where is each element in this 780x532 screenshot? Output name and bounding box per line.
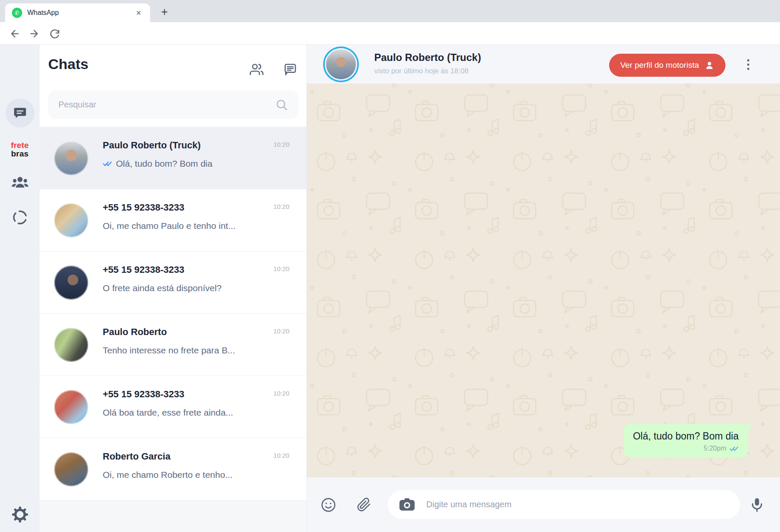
close-tab-icon[interactable]: ✕: [134, 8, 143, 18]
search-input[interactable]: [58, 100, 275, 110]
new-tab-button[interactable]: +: [156, 3, 173, 20]
browser-tab[interactable]: ✆ WhatsApp ✕: [5, 3, 150, 22]
left-rail: frete bras: [0, 45, 40, 532]
chat-preview: Olá, tudo bom? Bom dia: [103, 159, 212, 169]
chat-list: Paulo Roberto (Truck) Olá, tudo bom? Bom…: [40, 127, 306, 532]
avatar: [54, 452, 88, 486]
contact-name: Paulo Roberto (Truck): [374, 52, 481, 64]
rail-settings-button[interactable]: [10, 504, 30, 525]
browser-toolbar: web.whatsapp.com/ CARGO: [0, 22, 780, 45]
conversation-menu-icon: [747, 59, 749, 70]
chat-preview: Tenho interesse no frete para B...: [103, 345, 235, 356]
read-check-icon: [729, 446, 739, 451]
chat-time: 10:20: [273, 203, 289, 210]
rail-communities-button[interactable]: [10, 174, 30, 191]
chat-preview: Oi, me chamo Roberto e tenho...: [103, 470, 233, 480]
chat-preview: Olá boa tarde, esse frete ainda...: [103, 408, 233, 418]
chats-rail-icon: [13, 106, 27, 120]
chats-title: Chats: [48, 56, 88, 72]
search-icon: [275, 98, 288, 111]
message-meta: 5:20pm: [633, 445, 739, 452]
settings-icon: [11, 505, 29, 524]
chat-time: 10:20: [273, 327, 289, 335]
chat-list-item[interactable]: +55 15 92338-3233 Olá boa tarde, esse fr…: [40, 376, 306, 438]
rail-chats-button[interactable]: [6, 98, 35, 127]
driver-profile-button[interactable]: Ver perfil do motorista: [609, 54, 725, 77]
message-text: Olá, tudo bom? Bom dia: [633, 431, 739, 442]
mic-icon: [749, 497, 765, 512]
message-input[interactable]: [426, 500, 729, 509]
camera-icon[interactable]: [399, 498, 415, 511]
chat-list-footer: [40, 500, 306, 532]
chat-time: 10:20: [273, 265, 289, 272]
mic-button[interactable]: [748, 496, 766, 513]
chat-time: 10:20: [273, 452, 289, 459]
chat-name: Paulo Roberto: [103, 327, 167, 338]
chat-name: +55 15 92338-3233: [103, 264, 184, 275]
driver-profile-button-label: Ver perfil do motorista: [620, 61, 699, 70]
chat-list-item[interactable]: +55 15 92338-3233 Oi, me chamo Paulo e t…: [40, 189, 306, 252]
contact-info: Paulo Roberto (Truck) visto por último h…: [374, 52, 481, 75]
chat-list-item[interactable]: Paulo Roberto (Truck) Olá, tudo bom? Bom…: [40, 127, 306, 189]
conversation-menu-button[interactable]: [740, 56, 757, 73]
message-time: 5:20pm: [704, 445, 726, 452]
tab-title: WhatsApp: [27, 9, 129, 17]
avatar: [54, 390, 88, 424]
new-group-icon: [250, 63, 263, 76]
forward-button[interactable]: [27, 27, 41, 40]
conversation-header: Paulo Roberto (Truck) visto por último h…: [307, 45, 780, 84]
whatsapp-app: frete bras: [0, 45, 780, 532]
chat-time: 10:20: [273, 390, 289, 397]
forward-icon: [29, 28, 40, 39]
avatar: [54, 141, 88, 175]
composer-bar: [307, 477, 780, 532]
rail-status-button[interactable]: [11, 208, 29, 227]
chat-preview: O frete ainda está disponível?: [103, 283, 222, 293]
search-bar: [48, 90, 298, 119]
fretebras-logo: frete bras: [11, 141, 29, 158]
chat-time: 10:20: [273, 141, 289, 148]
new-chat-icon: [283, 63, 297, 76]
new-group-button[interactable]: [247, 60, 266, 79]
emoji-button[interactable]: [320, 496, 337, 513]
new-chat-button[interactable]: [281, 60, 300, 79]
avatar: [54, 328, 88, 362]
last-seen-status: visto por último hoje às 18:08: [374, 67, 481, 75]
reload-button[interactable]: [48, 27, 61, 40]
avatar: [54, 203, 88, 237]
community-icon: [11, 175, 29, 190]
attach-button[interactable]: [355, 496, 373, 513]
back-button[interactable]: [8, 27, 22, 40]
chat-list-item[interactable]: Roberto Garcia Oi, me chamo Roberto e te…: [40, 438, 306, 500]
emoji-icon: [321, 497, 336, 513]
browser-tabstrip: ✆ WhatsApp ✕ +: [0, 0, 780, 22]
whatsapp-web-window: ✆ WhatsApp ✕ + web.whatsapp.com/ CARGO: [0, 0, 780, 532]
chat-name: +55 15 92338-3233: [103, 389, 184, 400]
chat-list-item[interactable]: Paulo Roberto Tenho interesse no frete p…: [40, 314, 306, 376]
whatsapp-icon: ✆: [12, 8, 22, 18]
chats-panel: Chats: [40, 45, 307, 532]
outgoing-message-bubble: Olá, tudo bom? Bom dia 5:20pm: [624, 424, 748, 457]
message-input-pill: [388, 490, 740, 519]
chat-name: Roberto Garcia: [103, 451, 170, 462]
conversation-pane: Paulo Roberto (Truck) visto por último h…: [307, 45, 780, 532]
chat-preview: Oi, me chamo Paulo e tenho int...: [103, 221, 236, 231]
contact-avatar[interactable]: [325, 48, 357, 81]
read-check-icon: [103, 161, 112, 167]
attach-icon: [357, 497, 371, 512]
chat-wallpaper: [307, 45, 780, 532]
avatar: [54, 266, 88, 300]
chat-name: +55 15 92338-3233: [103, 202, 184, 213]
back-icon: [9, 28, 20, 39]
chat-name: Paulo Roberto (Truck): [103, 140, 201, 151]
driver-profile-icon: [705, 61, 714, 70]
status-icon: [12, 209, 28, 226]
reload-icon: [49, 29, 60, 39]
chat-list-item[interactable]: +55 15 92338-3233 O frete ainda está dis…: [40, 252, 306, 314]
